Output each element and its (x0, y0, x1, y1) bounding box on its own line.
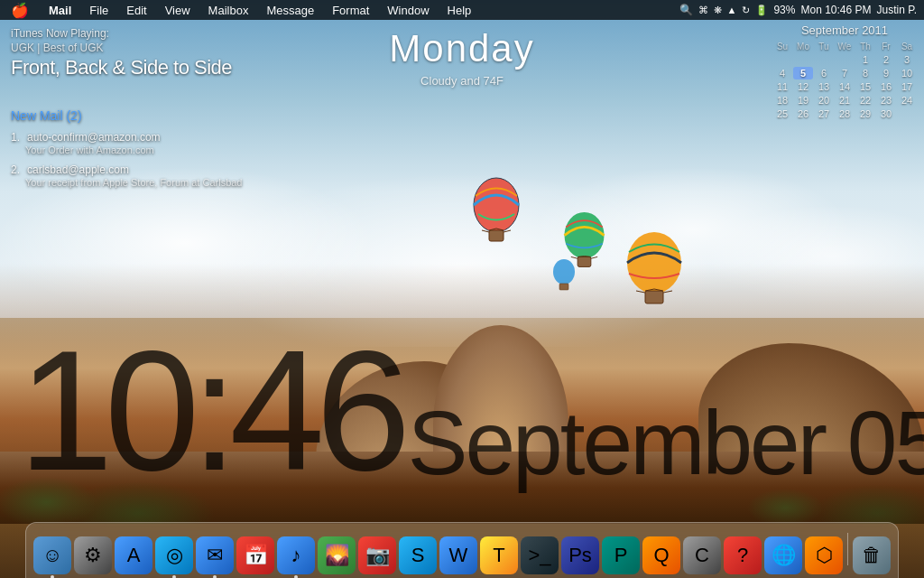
cal-header: Su (772, 41, 792, 52)
svg-rect-2 (489, 230, 504, 241)
cal-day[interactable]: 1 (855, 53, 875, 66)
weather-description: Cloudy and 74F (389, 74, 534, 88)
cal-day[interactable]: 10 (897, 67, 917, 79)
balloon-4 (550, 257, 578, 298)
cal-day[interactable]: 9 (876, 67, 896, 79)
cal-day[interactable]: 14 (835, 80, 855, 93)
date-day: 05 (847, 392, 924, 493)
menubar-right: 🔍 ⌘ ❋ ▲ ↻ 🔋 93% Mon 10:46 PM Justin P. (679, 4, 924, 16)
cal-day[interactable]: 25 (772, 107, 792, 120)
mail-widget: New Mail (2) 1.auto-confirm@amazon.com Y… (11, 108, 243, 193)
battery-icon: 🔋 (755, 5, 768, 16)
cal-day[interactable]: 7 (835, 67, 855, 79)
dock-item-skype[interactable]: S (399, 536, 437, 574)
cal-day[interactable]: 22 (855, 94, 875, 107)
cal-day[interactable]: 23 (876, 94, 896, 107)
cal-day[interactable]: 6 (814, 67, 834, 79)
mail-number-2: 2. (11, 163, 20, 176)
cal-day[interactable]: 30 (876, 107, 896, 120)
menubar-left: 🍎 Mail File Edit View Mailbox Message Fo… (0, 0, 679, 20)
cal-day[interactable]: 13 (814, 80, 834, 93)
cal-day[interactable]: 8 (855, 67, 875, 79)
calendar-grid: SuMoTuWeThFrSa12345678910111213141516171… (772, 41, 917, 120)
cal-day[interactable]: 28 (835, 107, 855, 120)
menu-window[interactable]: Window (378, 0, 438, 20)
dock-item-terminal[interactable]: >_ (521, 536, 559, 574)
app-menu-mail[interactable]: Mail (40, 0, 80, 20)
cal-day[interactable]: 17 (897, 80, 917, 93)
battery-level: 93% (773, 4, 795, 16)
balloon-3 (623, 230, 686, 321)
mail-subject-2: Your receipt from Apple Store, Forum at … (25, 177, 243, 188)
cal-day[interactable]: 24 (897, 94, 917, 107)
spotlight-icon[interactable]: 🔍 (679, 4, 693, 16)
cal-day[interactable]: 27 (814, 107, 834, 120)
menu-message[interactable]: Message (257, 0, 323, 20)
dock-item-finder[interactable]: ☺ (33, 536, 71, 574)
mail-header: New Mail (2) (11, 108, 243, 123)
dock-item-safari[interactable]: ◎ (155, 536, 193, 574)
menu-file[interactable]: File (80, 0, 117, 20)
apple-menu[interactable]: 🍎 (0, 0, 40, 20)
cal-day[interactable]: 15 (855, 80, 875, 93)
dock-item-ical[interactable]: 📅 (236, 536, 274, 574)
cal-day[interactable]: 11 (772, 80, 792, 93)
dock-item-calculator[interactable]: C (683, 536, 721, 574)
mail-number-1: 1. (11, 131, 20, 144)
clock-display: Mon 10:46 PM (800, 4, 871, 16)
cal-day[interactable]: 16 (876, 80, 896, 93)
cal-day[interactable]: 4 (772, 67, 792, 79)
cal-day[interactable]: 5 (793, 67, 813, 79)
dock-item-mail[interactable]: ✉ (196, 536, 234, 574)
cal-day[interactable]: 3 (897, 53, 917, 66)
balloon-1 (469, 176, 523, 257)
dock-separator (847, 533, 848, 565)
dock-item-photo-booth[interactable]: 📷 (358, 536, 396, 574)
network-icon: ⌘ (698, 5, 708, 16)
svg-rect-14 (645, 291, 663, 303)
dock-item-preview[interactable]: P (602, 536, 640, 574)
cal-day (814, 53, 834, 66)
cal-day (835, 53, 855, 66)
dock-item-textedit[interactable]: T (480, 536, 518, 574)
cal-day[interactable]: 20 (814, 94, 834, 107)
dock-item-photoshop[interactable]: Ps (561, 536, 599, 574)
menu-mailbox[interactable]: Mailbox (199, 0, 258, 20)
cal-header: Fr (876, 41, 896, 52)
day-name: Monday (389, 27, 534, 70)
cal-header: Th (855, 41, 875, 52)
menu-view[interactable]: View (156, 0, 199, 20)
menu-format[interactable]: Format (323, 0, 378, 20)
dock-item-itunes[interactable]: ♪ (277, 536, 315, 574)
dock-item-word[interactable]: W (439, 536, 477, 574)
date-widget: September 05 (408, 397, 924, 488)
dock-item-unknown2[interactable]: ⬡ (805, 536, 843, 574)
dock-item-network[interactable]: 🌐 (764, 536, 802, 574)
menu-help[interactable]: Help (439, 0, 481, 20)
dock-item-trash[interactable]: 🗑 (853, 536, 891, 574)
dock-item-quicktime[interactable]: Q (642, 536, 680, 574)
mail-item-2: 2.carlsbad@apple.com Your receipt from A… (11, 161, 243, 188)
dock-item-unknown[interactable]: ? (724, 536, 762, 574)
cal-day[interactable]: 2 (876, 53, 896, 66)
cal-day[interactable]: 19 (793, 94, 813, 107)
itunes-song: Front, Back & Side to Side (11, 56, 232, 79)
clock-widget: 10:46 (18, 333, 402, 488)
dock-item-system-preferences[interactable]: ⚙ (74, 536, 112, 574)
cal-day[interactable]: 26 (793, 107, 813, 120)
dock-item-app-store[interactable]: A (115, 536, 152, 574)
svg-point-13 (627, 232, 681, 294)
mail-subject-1: Your Order with Amazon.com (25, 144, 243, 155)
mail-from-2: carlsbad@apple.com (27, 163, 129, 176)
cal-day[interactable]: 29 (855, 107, 875, 120)
cal-day[interactable]: 21 (835, 94, 855, 107)
itunes-album: UGK | Best of UGK (11, 42, 232, 54)
menu-edit[interactable]: Edit (117, 0, 155, 20)
date-month: September (408, 392, 825, 493)
cal-day[interactable]: 18 (772, 94, 792, 107)
dock-item-iphoto[interactable]: 🌄 (318, 536, 356, 574)
clock-time: 10:46 (18, 333, 402, 488)
user-name: Justin P. (877, 4, 917, 16)
cal-day[interactable]: 12 (793, 80, 813, 93)
itunes-widget: iTunes Now Playing: UGK | Best of UGK Fr… (11, 27, 232, 79)
